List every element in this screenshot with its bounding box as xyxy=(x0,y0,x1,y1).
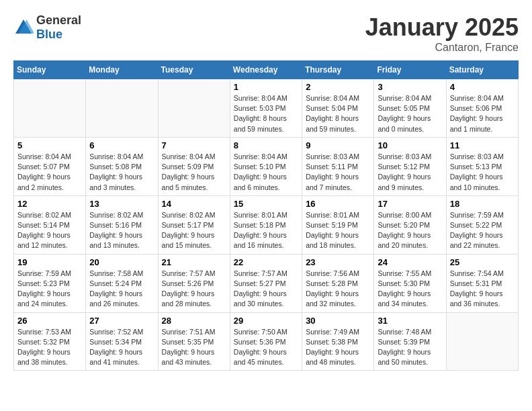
day-number: 12 xyxy=(17,199,82,209)
day-info: Sunrise: 8:04 AM Sunset: 5:04 PM Dayligh… xyxy=(306,93,370,134)
day-number: 11 xyxy=(450,140,515,150)
day-number: 7 xyxy=(162,140,226,150)
day-number: 27 xyxy=(89,316,154,326)
day-info: Sunrise: 8:04 AM Sunset: 5:07 PM Dayligh… xyxy=(17,152,82,193)
weekday-thursday: Thursday xyxy=(302,61,374,79)
day-info: Sunrise: 7:58 AM Sunset: 5:24 PM Dayligh… xyxy=(89,269,154,310)
day-info: Sunrise: 7:49 AM Sunset: 5:38 PM Dayligh… xyxy=(306,327,370,368)
title-block: January 2025 Cantaron, France xyxy=(365,13,519,54)
calendar-cell: 18Sunrise: 7:59 AM Sunset: 5:22 PM Dayli… xyxy=(446,195,518,254)
calendar-cell: 5Sunrise: 8:04 AM Sunset: 5:07 PM Daylig… xyxy=(14,137,86,195)
calendar-week-3: 12Sunrise: 8:02 AM Sunset: 5:14 PM Dayli… xyxy=(14,195,519,254)
day-info: Sunrise: 8:04 AM Sunset: 5:09 PM Dayligh… xyxy=(162,152,226,193)
day-number: 5 xyxy=(17,140,82,150)
calendar-cell: 3Sunrise: 8:04 AM Sunset: 5:05 PM Daylig… xyxy=(374,79,446,138)
calendar-cell: 4Sunrise: 8:04 AM Sunset: 5:06 PM Daylig… xyxy=(446,79,518,138)
calendar-table: SundayMondayTuesdayWednesdayThursdayFrid… xyxy=(13,60,519,371)
day-number: 8 xyxy=(234,140,298,150)
day-info: Sunrise: 7:54 AM Sunset: 5:31 PM Dayligh… xyxy=(450,269,515,310)
calendar-cell: 24Sunrise: 7:55 AM Sunset: 5:30 PM Dayli… xyxy=(374,254,446,312)
calendar-cell: 30Sunrise: 7:49 AM Sunset: 5:38 PM Dayli… xyxy=(302,312,374,371)
logo-blue: Blue xyxy=(36,28,62,41)
calendar-cell: 25Sunrise: 7:54 AM Sunset: 5:31 PM Dayli… xyxy=(446,254,518,312)
day-number: 24 xyxy=(378,257,442,267)
day-number: 23 xyxy=(306,257,370,267)
day-info: Sunrise: 8:01 AM Sunset: 5:18 PM Dayligh… xyxy=(234,210,298,251)
calendar-cell: 2Sunrise: 8:04 AM Sunset: 5:04 PM Daylig… xyxy=(302,79,374,138)
calendar-cell: 28Sunrise: 7:51 AM Sunset: 5:35 PM Dayli… xyxy=(158,312,230,371)
page-header: General Blue January 2025 Cantaron, Fran… xyxy=(13,13,519,54)
calendar-cell: 16Sunrise: 8:01 AM Sunset: 5:19 PM Dayli… xyxy=(302,195,374,254)
calendar-cell xyxy=(446,312,518,371)
day-info: Sunrise: 8:03 AM Sunset: 5:12 PM Dayligh… xyxy=(378,152,442,193)
day-info: Sunrise: 8:02 AM Sunset: 5:17 PM Dayligh… xyxy=(162,210,226,251)
logo-general: General xyxy=(36,13,81,27)
calendar-week-4: 19Sunrise: 7:59 AM Sunset: 5:23 PM Dayli… xyxy=(14,254,519,312)
calendar-cell xyxy=(158,79,230,138)
calendar-cell: 12Sunrise: 8:02 AM Sunset: 5:14 PM Dayli… xyxy=(14,195,86,254)
calendar-cell: 29Sunrise: 7:50 AM Sunset: 5:36 PM Dayli… xyxy=(230,312,302,371)
logo: General Blue xyxy=(13,13,81,42)
calendar-cell: 31Sunrise: 7:48 AM Sunset: 5:39 PM Dayli… xyxy=(374,312,446,371)
calendar-week-5: 26Sunrise: 7:53 AM Sunset: 5:32 PM Dayli… xyxy=(14,312,519,371)
calendar-body: 1Sunrise: 8:04 AM Sunset: 5:03 PM Daylig… xyxy=(14,79,519,371)
weekday-wednesday: Wednesday xyxy=(230,61,302,79)
day-info: Sunrise: 7:55 AM Sunset: 5:30 PM Dayligh… xyxy=(378,269,442,310)
day-info: Sunrise: 8:04 AM Sunset: 5:05 PM Dayligh… xyxy=(378,93,442,134)
weekday-monday: Monday xyxy=(86,61,158,79)
logo-icon xyxy=(13,17,34,38)
day-number: 10 xyxy=(378,140,442,150)
day-number: 25 xyxy=(450,257,515,267)
weekday-tuesday: Tuesday xyxy=(158,61,230,79)
day-number: 9 xyxy=(306,140,370,150)
weekday-sunday: Sunday xyxy=(14,61,86,79)
day-info: Sunrise: 7:59 AM Sunset: 5:23 PM Dayligh… xyxy=(17,269,82,310)
day-number: 21 xyxy=(162,257,226,267)
day-info: Sunrise: 7:57 AM Sunset: 5:26 PM Dayligh… xyxy=(162,269,226,310)
day-info: Sunrise: 8:03 AM Sunset: 5:13 PM Dayligh… xyxy=(450,152,515,193)
day-info: Sunrise: 7:56 AM Sunset: 5:28 PM Dayligh… xyxy=(306,269,370,310)
calendar-cell: 20Sunrise: 7:58 AM Sunset: 5:24 PM Dayli… xyxy=(86,254,158,312)
day-number: 18 xyxy=(450,199,515,209)
calendar-cell: 6Sunrise: 8:04 AM Sunset: 5:08 PM Daylig… xyxy=(86,137,158,195)
calendar-cell: 17Sunrise: 8:00 AM Sunset: 5:20 PM Dayli… xyxy=(374,195,446,254)
day-number: 19 xyxy=(17,257,82,267)
day-info: Sunrise: 7:53 AM Sunset: 5:32 PM Dayligh… xyxy=(17,327,82,368)
day-info: Sunrise: 8:02 AM Sunset: 5:16 PM Dayligh… xyxy=(89,210,154,251)
calendar-cell: 13Sunrise: 8:02 AM Sunset: 5:16 PM Dayli… xyxy=(86,195,158,254)
day-info: Sunrise: 8:02 AM Sunset: 5:14 PM Dayligh… xyxy=(17,210,82,251)
day-number: 17 xyxy=(378,199,442,209)
day-info: Sunrise: 8:04 AM Sunset: 5:06 PM Dayligh… xyxy=(450,93,515,134)
calendar-cell xyxy=(14,79,86,138)
day-info: Sunrise: 7:52 AM Sunset: 5:34 PM Dayligh… xyxy=(89,327,154,368)
calendar-week-2: 5Sunrise: 8:04 AM Sunset: 5:07 PM Daylig… xyxy=(14,137,519,195)
calendar-cell: 8Sunrise: 8:04 AM Sunset: 5:10 PM Daylig… xyxy=(230,137,302,195)
calendar-week-1: 1Sunrise: 8:04 AM Sunset: 5:03 PM Daylig… xyxy=(14,79,519,138)
calendar-cell xyxy=(86,79,158,138)
day-number: 14 xyxy=(162,199,226,209)
day-info: Sunrise: 7:51 AM Sunset: 5:35 PM Dayligh… xyxy=(162,327,226,368)
calendar-cell: 26Sunrise: 7:53 AM Sunset: 5:32 PM Dayli… xyxy=(14,312,86,371)
day-number: 4 xyxy=(450,82,515,92)
weekday-header-row: SundayMondayTuesdayWednesdayThursdayFrid… xyxy=(14,61,519,79)
day-number: 6 xyxy=(89,140,154,150)
day-info: Sunrise: 7:57 AM Sunset: 5:27 PM Dayligh… xyxy=(234,269,298,310)
calendar-cell: 7Sunrise: 8:04 AM Sunset: 5:09 PM Daylig… xyxy=(158,137,230,195)
day-info: Sunrise: 8:00 AM Sunset: 5:20 PM Dayligh… xyxy=(378,210,442,251)
day-number: 16 xyxy=(306,199,370,209)
calendar-cell: 9Sunrise: 8:03 AM Sunset: 5:11 PM Daylig… xyxy=(302,137,374,195)
calendar-cell: 22Sunrise: 7:57 AM Sunset: 5:27 PM Dayli… xyxy=(230,254,302,312)
day-number: 20 xyxy=(89,257,154,267)
day-number: 28 xyxy=(162,316,226,326)
day-info: Sunrise: 7:48 AM Sunset: 5:39 PM Dayligh… xyxy=(378,327,442,368)
weekday-saturday: Saturday xyxy=(446,61,518,79)
calendar-cell: 15Sunrise: 8:01 AM Sunset: 5:18 PM Dayli… xyxy=(230,195,302,254)
location-title: Cantaron, France xyxy=(365,42,519,54)
day-info: Sunrise: 8:04 AM Sunset: 5:03 PM Dayligh… xyxy=(234,93,298,134)
month-title: January 2025 xyxy=(365,13,519,42)
day-number: 2 xyxy=(306,82,370,92)
day-number: 15 xyxy=(234,199,298,209)
calendar-cell: 11Sunrise: 8:03 AM Sunset: 5:13 PM Dayli… xyxy=(446,137,518,195)
day-info: Sunrise: 8:04 AM Sunset: 5:10 PM Dayligh… xyxy=(234,152,298,193)
day-number: 31 xyxy=(378,316,442,326)
